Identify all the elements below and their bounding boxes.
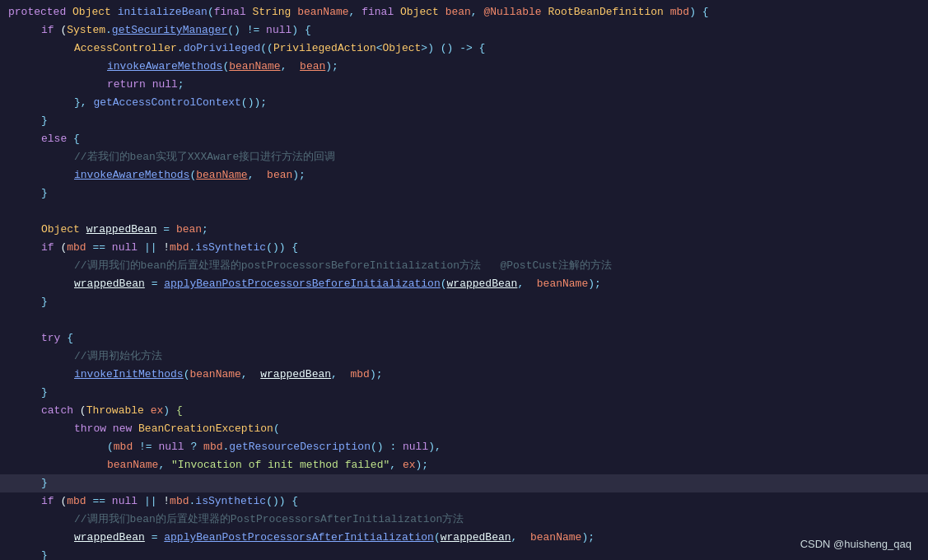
code-line-2: if ( System . getSecurityManager () != n… [0,21,928,40]
code-line-27: } [0,474,928,492]
code-line-22: } [0,384,928,402]
code-line-23: catch ( Throwable ex ) { [0,402,928,420]
code-line-3: AccessController . doPrivileged (( Privi… [0,40,928,58]
type-object: Object [72,4,111,21]
code-line-7: } [0,112,928,130]
code-line-4: invokeAwareMethods ( beanName , bean ); [0,58,928,76]
code-line-12 [0,203,928,221]
code-line-18 [0,311,928,329]
code-line-10: invokeAwareMethods ( beanName , bean ); [0,166,928,184]
code-line-19: try { [0,329,928,348]
code-line-28: if ( mbd == null || ! mbd . isSynthetic … [0,492,928,511]
code-line-25: ( mbd != null ? mbd . getResourceDescrip… [0,438,928,456]
code-line-6: }, getAccessControlContext ()); [0,94,928,112]
code-line-11: } [0,184,928,203]
code-line-30: wrappedBean = applyBeanPostProcessorsAft… [0,529,928,547]
code-line-21: invokeInitMethods ( beanName , wrappedBe… [0,366,928,384]
watermark: CSDN @huisheng_qaq [800,538,912,550]
code-line-16: wrappedBean = applyBeanPostProcessorsBef… [0,275,928,293]
code-line-13: Object wrappedBean = bean ; [0,221,928,239]
code-line-15: //调用我们的bean的后置处理器的postProcessorsBeforeIn… [0,257,928,275]
code-line-29: //调用我们bean的后置处理器的PostProcessorsAfterInit… [0,511,928,529]
code-line-5: return null ; [0,76,928,94]
code-line-14: if ( mbd == null || ! mbd . isSynthetic … [0,239,928,257]
code-line-1: protected Object initializeBean ( final … [0,3,928,21]
fn-initializeBean: initializeBean [118,4,208,21]
code-container: protected Object initializeBean ( final … [0,0,928,560]
code-line-24: throw new BeanCreationException ( [0,420,928,438]
keyword-protected: protected [8,4,66,21]
code-line-17: } [0,293,928,311]
code-line-26: beanName , "Invocation of init method fa… [0,456,928,474]
code-line-8: else { [0,130,928,148]
code-line-20: //调用初始化方法 [0,348,928,366]
code-line-9: //若我们的bean实现了XXXAware接口进行方法的回调 [0,148,928,166]
code-line-31: } [0,547,928,560]
